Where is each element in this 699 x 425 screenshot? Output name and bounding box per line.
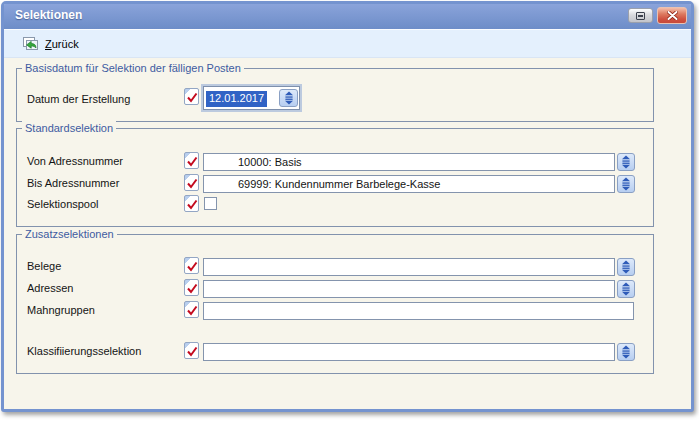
toolbar: Zurück — [4, 29, 691, 58]
label-datum-der-erstellung: Datum der Erstellung — [27, 93, 130, 106]
enable-check-klassifiierungsselektion[interactable] — [184, 342, 199, 359]
screen: Selektionen Zurück — [0, 0, 699, 425]
label-bis-adressnummer: Bis Adressnummer — [27, 177, 119, 190]
mahngruppen-field[interactable] — [203, 302, 634, 320]
red-checkmark-icon — [186, 178, 198, 189]
label-belege: Belege — [27, 260, 61, 273]
back-button-label: Zurück — [45, 38, 79, 50]
von-adressnummer-spinner[interactable] — [617, 153, 635, 171]
close-x-icon — [667, 11, 678, 20]
minimize-window-icon — [636, 12, 645, 20]
red-checkmark-icon — [186, 261, 198, 272]
group-standardselektion-title: Standardselektion — [22, 121, 116, 135]
label-von-adressnummer: Von Adressnummer — [27, 155, 123, 168]
red-checkmark-icon — [186, 92, 198, 103]
belege-spinner[interactable] — [617, 258, 635, 276]
date-value-selected: 12.01.2017 — [206, 91, 267, 107]
belege-field[interactable] — [203, 258, 615, 276]
up-down-spinner-icon — [621, 177, 631, 191]
enable-check-selektionspool[interactable] — [184, 195, 199, 212]
red-checkmark-icon — [186, 156, 198, 167]
adressen-spinner[interactable] — [617, 280, 635, 298]
up-down-spinner-icon — [621, 345, 631, 359]
enable-check-datum[interactable] — [184, 88, 199, 105]
close-button[interactable] — [657, 7, 687, 24]
selektionen-window: Selektionen Zurück — [1, 1, 694, 412]
enable-check-bis-adressnummer[interactable] — [184, 174, 199, 191]
group-zusatzselektionen-title: Zusatzselektionen — [22, 227, 117, 241]
window-title: Selektionen — [15, 8, 82, 22]
red-checkmark-icon — [186, 283, 198, 294]
bis-adressnummer-field[interactable]: 69999: Kundennummer Barbelege-Kasse — [203, 175, 615, 193]
date-control: 12.01.2017 — [203, 86, 300, 110]
enable-check-mahngruppen[interactable] — [184, 301, 199, 318]
group-basisdatum-title: Basisdatum für Selektion der fälligen Po… — [22, 61, 244, 75]
adressen-field[interactable] — [203, 280, 615, 298]
date-spinner[interactable] — [279, 89, 298, 107]
minimize-button[interactable] — [628, 8, 653, 23]
selektionspool-checkbox[interactable] — [204, 197, 217, 210]
label-klassifiierungsselektion: Klassifiierungsselektion — [27, 345, 141, 358]
group-zusatzselektionen: Zusatzselektionen Belege — [16, 234, 654, 374]
label-mahngruppen: Mahngruppen — [27, 304, 95, 317]
label-selektionspool: Selektionspool — [27, 198, 99, 211]
enable-check-adressen[interactable] — [184, 279, 199, 296]
titlebar[interactable]: Selektionen — [4, 4, 691, 29]
red-checkmark-icon — [186, 199, 198, 210]
red-checkmark-icon — [186, 346, 198, 357]
bis-adressnummer-spinner[interactable] — [617, 175, 635, 193]
up-down-spinner-icon — [284, 91, 294, 105]
klassifiierungsselektion-spinner[interactable] — [617, 343, 635, 361]
up-down-spinner-icon — [621, 260, 631, 274]
content-area: Basisdatum für Selektion der fälligen Po… — [4, 58, 691, 409]
klassifiierungsselektion-field[interactable] — [203, 343, 615, 361]
back-button[interactable]: Zurück — [16, 33, 85, 55]
enable-check-belege[interactable] — [184, 257, 199, 274]
group-basisdatum: Basisdatum für Selektion der fälligen Po… — [16, 68, 654, 122]
enable-check-von-adressnummer[interactable] — [184, 152, 199, 169]
red-checkmark-icon — [186, 305, 198, 316]
label-adressen: Adressen — [27, 282, 73, 295]
up-down-spinner-icon — [621, 282, 631, 296]
von-adressnummer-field[interactable]: 10000: Basis — [203, 153, 615, 171]
up-down-spinner-icon — [621, 155, 631, 169]
date-input[interactable]: 12.01.2017 — [205, 89, 277, 107]
group-standardselektion: Standardselektion Von Adressnummer 10000… — [16, 128, 654, 227]
green-back-arrow-window-icon — [22, 36, 39, 52]
